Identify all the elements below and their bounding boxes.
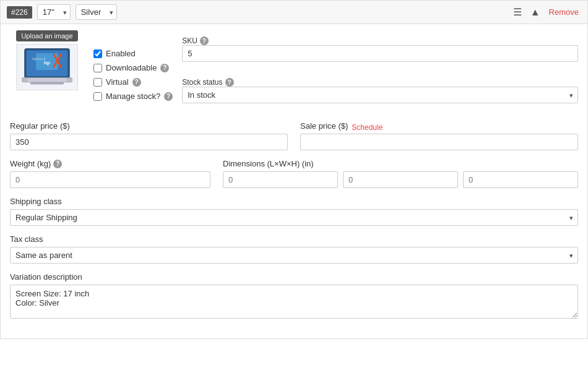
sale-price-label: Sale price ($) bbox=[300, 121, 348, 131]
regular-price-label: Regular price ($) bbox=[10, 121, 288, 131]
schedule-link[interactable]: Schedule bbox=[352, 123, 383, 132]
variation-description-textarea[interactable]: Screen Size: 17 inch Color: Silver bbox=[10, 285, 578, 319]
dimension-h-input[interactable] bbox=[463, 171, 578, 188]
checkboxes-column: Enabled Downloadable ? Virtual ? Manage … bbox=[93, 30, 173, 112]
color-select[interactable]: Silver Black Gold bbox=[76, 4, 117, 20]
weight-input[interactable] bbox=[10, 171, 210, 188]
enabled-row: Enabled bbox=[93, 49, 173, 58]
product-image[interactable]: hp Spectre x2 bbox=[16, 44, 78, 90]
svg-rect-9 bbox=[28, 79, 67, 82]
downloadable-label[interactable]: Downloadable bbox=[106, 63, 157, 72]
dimension-w-input[interactable] bbox=[343, 171, 458, 188]
dimension-l-input[interactable] bbox=[223, 171, 338, 188]
variation-id: #226 bbox=[7, 6, 32, 19]
manage-stock-help-icon[interactable]: ? bbox=[164, 92, 173, 101]
tax-class-select[interactable]: Same as parent Standard Reduced rate Zer… bbox=[10, 247, 578, 264]
manage-stock-label[interactable]: Manage stock? bbox=[106, 92, 160, 101]
svg-text:hp: hp bbox=[44, 60, 50, 66]
dimensions-inputs bbox=[223, 171, 578, 188]
shipping-class-group: Shipping class Regular Shipping No shipp… bbox=[10, 197, 578, 226]
manage-stock-row: Manage stock? ? bbox=[93, 92, 173, 101]
dimensions-label: Dimensions (L×W×H) (in) bbox=[223, 159, 578, 168]
shipping-class-select-wrapper[interactable]: Regular Shipping No shipping class bbox=[10, 209, 578, 226]
variation-description-label: Variation description bbox=[10, 272, 578, 282]
weight-col: Weight (kg) ? bbox=[10, 159, 210, 188]
stock-status-field-group: Stock status ? In stock Out of stock On … bbox=[182, 78, 578, 103]
weight-dimensions-row: Weight (kg) ? Dimensions (L×W×H) (in) bbox=[10, 159, 578, 188]
menu-icon-button[interactable]: ☰ bbox=[511, 5, 524, 19]
remove-button[interactable]: Remove bbox=[547, 6, 581, 18]
virtual-checkbox[interactable] bbox=[93, 78, 102, 87]
shipping-class-select[interactable]: Regular Shipping No shipping class bbox=[10, 209, 578, 226]
variation-description-group: Variation description Screen Size: 17 in… bbox=[10, 272, 578, 321]
expand-icon-button[interactable]: ▲ bbox=[528, 6, 543, 19]
tax-class-group: Tax class Same as parent Standard Reduce… bbox=[10, 234, 578, 264]
sku-input[interactable] bbox=[182, 45, 578, 62]
regular-price-input[interactable] bbox=[10, 134, 288, 150]
size-select-wrapper[interactable]: 17" 13" 15" bbox=[37, 4, 71, 20]
size-select[interactable]: 17" 13" 15" bbox=[37, 4, 71, 20]
image-upload-area: Upload an image hp Spectre x2 bbox=[10, 30, 84, 112]
enabled-checkbox[interactable] bbox=[93, 49, 102, 58]
variation-panel: #226 17" 13" 15" Silver Black Gold ☰ ▲ R… bbox=[0, 0, 588, 339]
tax-class-label: Tax class bbox=[10, 234, 578, 244]
stock-status-select-wrapper[interactable]: In stock Out of stock On backorder bbox=[182, 87, 578, 103]
virtual-label[interactable]: Virtual bbox=[106, 77, 129, 87]
downloadable-checkbox[interactable] bbox=[93, 64, 102, 72]
sku-label: SKU ? bbox=[182, 37, 578, 45]
regular-price-col: Regular price ($) bbox=[10, 121, 288, 150]
sku-help-icon[interactable]: ? bbox=[200, 37, 209, 45]
color-select-wrapper[interactable]: Silver Black Gold bbox=[76, 4, 117, 20]
laptop-illustration: hp Spectre x2 bbox=[19, 47, 75, 87]
shipping-class-label: Shipping class bbox=[10, 197, 578, 206]
virtual-help-icon[interactable]: ? bbox=[132, 78, 141, 87]
sale-price-input[interactable] bbox=[300, 134, 578, 150]
svg-text:Spectre x2: Spectre x2 bbox=[32, 58, 46, 61]
manage-stock-checkbox[interactable] bbox=[93, 92, 102, 101]
sale-price-label-row: Sale price ($) Schedule bbox=[300, 121, 578, 134]
top-section: Upload an image hp Spectre x2 bbox=[10, 30, 578, 112]
price-row: Regular price ($) Sale price ($) Schedul… bbox=[10, 121, 578, 150]
header-bar: #226 17" 13" 15" Silver Black Gold ☰ ▲ R… bbox=[1, 1, 587, 24]
tax-class-select-wrapper[interactable]: Same as parent Standard Reduced rate Zer… bbox=[10, 247, 578, 264]
svg-rect-8 bbox=[30, 82, 64, 85]
weight-help-icon[interactable]: ? bbox=[53, 160, 62, 168]
sku-field-group: SKU ? bbox=[182, 37, 578, 62]
header-icons: ☰ ▲ Remove bbox=[511, 5, 581, 19]
stock-status-label: Stock status ? bbox=[182, 78, 578, 87]
virtual-row: Virtual ? bbox=[93, 77, 173, 87]
upload-image-button[interactable]: Upload an image bbox=[16, 30, 77, 41]
sale-price-col: Sale price ($) Schedule bbox=[300, 121, 578, 150]
stock-status-select[interactable]: In stock Out of stock On backorder bbox=[182, 87, 578, 103]
stock-status-help-icon[interactable]: ? bbox=[225, 78, 234, 87]
downloadable-help-icon[interactable]: ? bbox=[160, 64, 169, 72]
dimensions-col: Dimensions (L×W×H) (in) bbox=[223, 159, 578, 188]
sku-stock-column: SKU ? Stock status ? In stock Out of sto… bbox=[182, 30, 578, 112]
weight-label: Weight (kg) ? bbox=[10, 159, 210, 168]
downloadable-row: Downloadable ? bbox=[93, 63, 173, 72]
main-content: Upload an image hp Spectre x2 bbox=[1, 24, 587, 338]
enabled-label[interactable]: Enabled bbox=[106, 49, 136, 58]
